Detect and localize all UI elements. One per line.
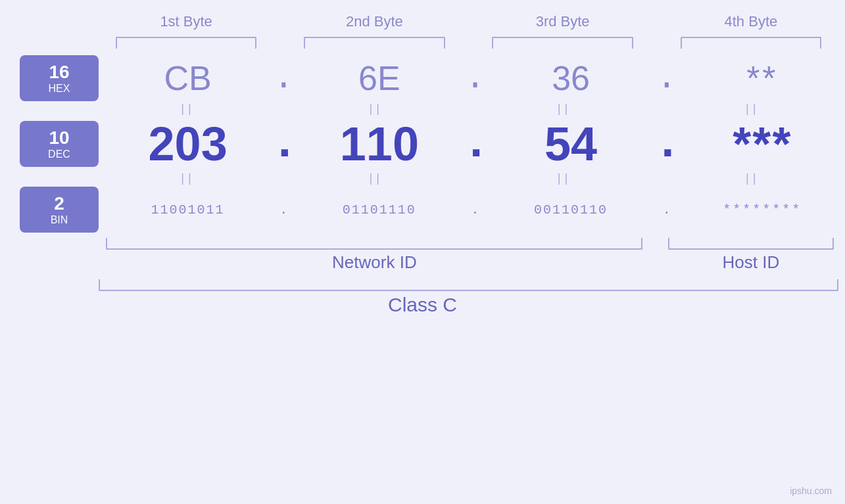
- hex-value-2: 6E: [358, 59, 400, 97]
- network-id-bracket: [106, 238, 642, 250]
- bin-value-4: ********: [723, 202, 802, 218]
- bracket-cell-2: [280, 37, 468, 49]
- dec-dot-2: .: [462, 117, 489, 171]
- network-bracket-wrapper: [92, 238, 657, 250]
- bin-cell-1: 11001011: [105, 202, 270, 218]
- equals-3: ||: [469, 103, 657, 116]
- dec-row: 10 DEC 203 . 110 . 54 . ***: [0, 117, 845, 171]
- dec-base-label: DEC: [48, 149, 70, 160]
- dec-cell-1: 203: [105, 117, 270, 171]
- class-c-label: Class C: [388, 294, 457, 316]
- byte1-header: 1st Byte: [92, 13, 280, 30]
- byte3-header: 3rd Byte: [469, 13, 657, 30]
- hex-base-number: 16: [49, 62, 69, 83]
- bracket-cell-3: [469, 37, 657, 49]
- hex-dot-3: .: [654, 59, 680, 98]
- equals-7: ||: [469, 172, 657, 185]
- class-c-bracket: [99, 279, 838, 291]
- dec-value-1: 203: [149, 118, 228, 170]
- top-brackets-row: [0, 37, 845, 49]
- hex-value-4: **: [746, 59, 778, 97]
- bracket-cell-1: [92, 37, 280, 49]
- bin-cell-4: ********: [680, 202, 845, 218]
- bin-value-3: 00110110: [534, 202, 608, 218]
- hex-value-1: CB: [164, 59, 212, 97]
- bin-dot-1: .: [270, 202, 297, 218]
- bin-data-cells: 11001011 . 01101110 . 00110110 . *******…: [105, 202, 845, 218]
- hex-data-cells: CB . 6E . 36 . **: [105, 58, 845, 98]
- host-id-bracket: [668, 238, 834, 250]
- bin-base-label: BIN: [51, 214, 68, 226]
- hex-row: 16 HEX CB . 6E . 36 . **: [0, 55, 845, 101]
- host-id-label: Host ID: [657, 252, 845, 273]
- hex-cell-2: 6E: [297, 58, 462, 98]
- equals-4: ||: [657, 103, 845, 116]
- network-id-label: Network ID: [92, 252, 657, 273]
- dec-base-number: 10: [49, 127, 69, 149]
- main-container: 1st Byte 2nd Byte 3rd Byte 4th Byte 16 H…: [0, 0, 845, 504]
- hex-cell-4: **: [680, 58, 845, 98]
- equals-2: ||: [280, 103, 468, 116]
- bin-value-1: 11001011: [151, 202, 225, 218]
- bin-badge: 2 BIN: [20, 187, 99, 233]
- byte-headers-row: 1st Byte 2nd Byte 3rd Byte 4th Byte: [0, 13, 845, 30]
- bin-cell-3: 00110110: [489, 202, 654, 218]
- equals-5: ||: [92, 172, 280, 185]
- top-bracket-3: [492, 37, 633, 49]
- dec-cell-4: ***: [680, 117, 845, 171]
- host-bracket-wrapper: [657, 238, 845, 250]
- bracket-cell-4: [657, 37, 845, 49]
- dec-dot-1: .: [270, 117, 297, 171]
- bin-row: 2 BIN 11001011 . 01101110 . 00110110 .: [0, 187, 845, 233]
- dec-value-3: 54: [544, 118, 597, 170]
- hex-cell-1: CB: [105, 58, 270, 98]
- equals-1: ||: [92, 103, 280, 116]
- dec-dot-3: .: [654, 117, 680, 171]
- bin-base-number: 2: [54, 193, 64, 214]
- equals-row-2: || || || ||: [0, 172, 845, 185]
- equals-8: ||: [657, 172, 845, 185]
- hex-cell-3: 36: [489, 58, 654, 98]
- dec-value-4: ***: [733, 118, 792, 170]
- bin-value-2: 01101110: [343, 202, 416, 218]
- top-bracket-2: [304, 37, 445, 49]
- equals-row-1: || || || ||: [0, 103, 845, 116]
- equals-6: ||: [280, 172, 468, 185]
- dec-value-2: 110: [340, 118, 419, 170]
- class-bracket-row: [0, 279, 845, 291]
- bottom-labels-row: Network ID Host ID: [0, 252, 845, 273]
- hex-base-label: HEX: [49, 83, 70, 95]
- top-bracket-1: [116, 37, 257, 49]
- byte2-header: 2nd Byte: [280, 13, 468, 30]
- watermark: ipshu.com: [790, 486, 832, 496]
- hex-dot-2: .: [462, 59, 489, 98]
- dec-data-cells: 203 . 110 . 54 . ***: [105, 117, 845, 171]
- hex-value-3: 36: [552, 59, 590, 97]
- dec-cell-2: 110: [297, 117, 462, 171]
- dec-badge: 10 DEC: [20, 121, 99, 167]
- hex-dot-1: .: [270, 59, 297, 98]
- bin-dot-2: .: [462, 202, 489, 218]
- bin-cell-2: 01101110: [297, 202, 462, 218]
- hex-badge: 16 HEX: [20, 55, 99, 101]
- bin-dot-3: .: [654, 202, 680, 218]
- top-bracket-4: [681, 37, 822, 49]
- dec-cell-3: 54: [489, 117, 654, 171]
- byte4-header: 4th Byte: [657, 13, 845, 30]
- bottom-brackets-row: [0, 238, 845, 250]
